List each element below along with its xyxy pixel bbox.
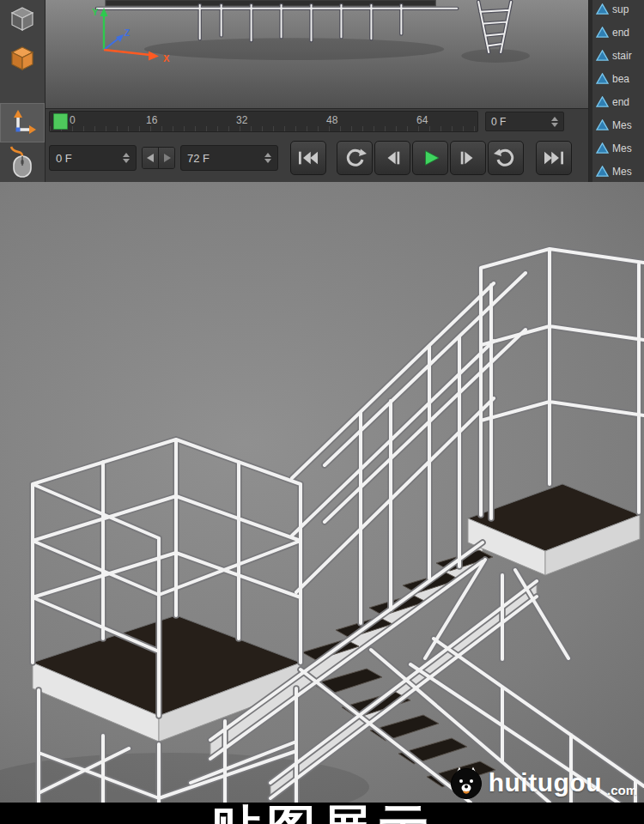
goto-end-button[interactable]	[536, 141, 572, 175]
axis-x-label: X	[163, 53, 170, 64]
axis-gizmo: Y Z X	[80, 2, 183, 75]
frame-display-field[interactable]: 0 F	[485, 112, 564, 131]
transport-row: 0 F 72 F	[46, 135, 588, 182]
play-button[interactable]	[412, 141, 448, 175]
huitugou-logo-icon	[449, 766, 483, 800]
object-label: bea	[612, 73, 629, 85]
object-item[interactable]: bea	[592, 67, 644, 90]
orange-cube-icon	[8, 45, 37, 74]
workplane-axis-button[interactable]	[0, 103, 45, 142]
object-label: Mes	[612, 166, 632, 178]
loop-forward-icon	[494, 148, 518, 168]
timeline-ruler[interactable]: 0 16 32 48 64	[49, 111, 478, 132]
polygon-object-icon	[596, 166, 609, 177]
object-item[interactable]: end	[592, 21, 644, 44]
polygon-object-icon	[596, 142, 609, 154]
object-item[interactable]: end	[592, 90, 644, 113]
skip-to-start-icon	[295, 148, 321, 167]
object-item[interactable]: Mes	[592, 136, 644, 160]
step-back-icon	[380, 148, 404, 167]
tick-label: 16	[146, 114, 157, 126]
3d-viewport[interactable]: Y Z X	[46, 0, 588, 109]
c4d-ui: Y Z X 0 16 32 48 64	[0, 0, 644, 182]
timeline-row: 0 16 32 48 64 0 F	[46, 109, 588, 135]
object-manager-panel: sup end stair bea end	[588, 0, 644, 182]
tick-label: 0	[70, 114, 76, 126]
axis-y-label: Y	[92, 7, 99, 17]
axis-z-label: Z	[125, 28, 130, 38]
playback-group	[337, 141, 524, 175]
play-forward-button[interactable]	[488, 141, 524, 175]
prev-key-button[interactable]	[143, 148, 158, 168]
object-item[interactable]: stair	[592, 44, 644, 67]
step-forward-button[interactable]	[450, 141, 486, 175]
end-frame-field[interactable]: 72 F	[180, 145, 278, 171]
object-label: sup	[612, 3, 629, 15]
polygon-object-icon	[596, 96, 609, 107]
mouse-tool-button[interactable]	[0, 142, 45, 182]
render-area: huitugou .com	[0, 182, 644, 803]
polygon-object-icon	[596, 3, 609, 15]
step-forward-icon	[456, 148, 480, 167]
object-item[interactable]: Mes	[592, 113, 644, 136]
object-label: end	[612, 27, 629, 39]
object-item[interactable]: sup	[592, 0, 644, 21]
left-arrow-icon	[147, 154, 155, 162]
loop-backward-icon	[343, 148, 367, 168]
skip-to-end-icon	[541, 148, 567, 167]
tick-label: 64	[416, 114, 428, 126]
tick-label: 32	[236, 114, 247, 126]
frame-display-value: 0 F	[491, 116, 506, 128]
object-label: Mes	[612, 119, 632, 131]
axis-corner-icon	[8, 108, 37, 137]
play-backward-button[interactable]	[337, 141, 373, 175]
goto-start-button[interactable]	[290, 141, 326, 175]
polygon-object-icon	[596, 119, 609, 130]
screenshot-root: Y Z X 0 16 32 48 64	[0, 0, 644, 824]
bottom-banner: 贴图展示	[0, 803, 644, 824]
gray-cube-icon	[8, 5, 37, 34]
end-frame-value: 72 F	[187, 152, 210, 165]
viewport-column: Y Z X 0 16 32 48 64	[46, 0, 588, 182]
banner-title: 贴图展示	[210, 803, 434, 824]
end-frame-spinner[interactable]	[264, 153, 271, 163]
mouse-icon	[7, 144, 38, 180]
object-label: stair	[612, 50, 632, 62]
timeline-cursor[interactable]	[53, 113, 68, 130]
tick-label: 48	[326, 114, 337, 126]
object-item[interactable]: Mes	[592, 160, 644, 182]
prev-next-buttons	[142, 147, 175, 169]
polygon-object-icon	[596, 50, 609, 61]
next-key-button[interactable]	[158, 148, 174, 168]
current-frame-value: 0 F	[56, 152, 72, 165]
play-icon	[418, 148, 442, 167]
watermark-tld: .com	[607, 783, 637, 797]
model-mode-button[interactable]	[0, 39, 45, 79]
object-label: Mes	[612, 142, 632, 154]
staircase-wireframe-render	[0, 182, 644, 803]
left-toolbar	[0, 0, 46, 182]
current-frame-field[interactable]: 0 F	[49, 145, 137, 171]
current-frame-spinner[interactable]	[123, 153, 130, 163]
step-back-button[interactable]	[374, 141, 410, 175]
make-editable-button[interactable]	[0, 0, 45, 39]
object-list: sup end stair bea end	[592, 0, 644, 182]
right-arrow-icon	[163, 154, 171, 162]
watermark-brand: huitugou	[489, 768, 602, 797]
frame-display-spinner[interactable]	[551, 117, 558, 127]
polygon-object-icon	[596, 73, 609, 84]
polygon-object-icon	[596, 27, 609, 38]
object-label: end	[612, 96, 629, 108]
watermark: huitugou .com	[449, 766, 637, 800]
